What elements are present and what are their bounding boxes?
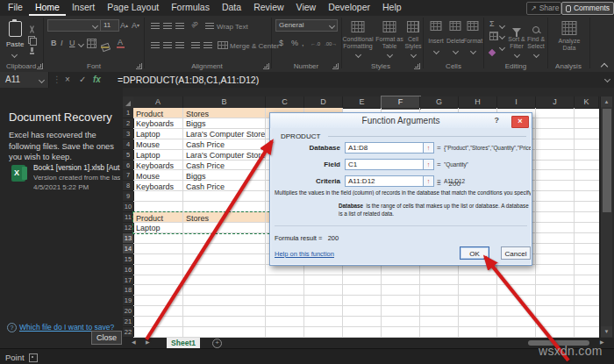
align-middle-button[interactable] [163,22,172,29]
fill-color-button[interactable] [102,39,110,54]
name-box[interactable]: A11 [0,72,49,88]
menu-tab-view[interactable]: View [290,0,323,14]
cell-A2[interactable]: Keyboards [136,119,174,128]
font-launcher-icon[interactable] [136,63,142,69]
clear-button[interactable] [489,43,495,59]
column-header-H[interactable]: H [459,96,497,109]
column-header-J[interactable]: J [536,96,575,109]
close-panel-button[interactable]: Close [91,331,122,345]
wrap-text-label[interactable]: Wrap Text [217,23,248,31]
cell-A8[interactable]: Keyboards [136,182,174,191]
scroll-up-icon[interactable]: ▲ [601,96,612,107]
expand-formula-bar-icon[interactable] [604,76,610,82]
menu-tab-page-layout[interactable]: Page Layout [101,0,165,14]
cancel-button[interactable]: Cancel [501,246,531,260]
comments-button[interactable]: Comments [561,2,614,15]
new-sheet-button[interactable]: + [212,339,222,348]
menu-tab-home[interactable]: Home [29,0,66,16]
cell-A7[interactable]: Mouse [136,172,160,181]
cell-B8[interactable]: Cash Price [186,182,225,191]
sort-filter-button[interactable]: Sort & Filter [507,16,526,61]
format-as-table-button[interactable]: Format as Table [375,16,403,61]
range-picker-button[interactable]: ↑ [423,142,434,153]
align-top-button[interactable] [151,22,160,29]
cell-A5[interactable]: Laptop [136,151,161,160]
font-family-select[interactable] [47,19,101,32]
cell-B1[interactable]: Stores [186,110,209,118]
formula-input[interactable]: =DPRODUCT(A1:D8,C1,A11:D12) [118,75,259,85]
font-size-select[interactable]: 11 [100,19,119,32]
insert-function-button[interactable]: fx [93,75,101,84]
next-sheet-icon[interactable]: ▶ [146,339,150,345]
number-format-select[interactable]: General [275,19,338,32]
paste-button[interactable]: Paste [4,19,26,60]
cell-B3[interactable]: Lara's Computer Store [186,130,265,139]
sheet-tab-sheet1[interactable]: Sheet1 [167,338,200,348]
alignment-launcher-icon[interactable] [263,63,269,69]
ok-button[interactable]: OK [460,246,489,260]
orientation-button[interactable]: ab [189,19,200,31]
align-center-button[interactable] [163,41,172,48]
format-painter-button[interactable] [29,44,36,60]
cell-A3[interactable]: Laptop [136,130,161,139]
font-color-button[interactable]: A [118,38,123,46]
column-header-G[interactable]: G [420,96,459,109]
align-bottom-button[interactable] [175,22,184,29]
column-header-E[interactable]: E [343,96,382,109]
increase-indent-button[interactable] [203,41,212,48]
analyze-data-button[interactable]: Analyze Data [553,16,586,61]
cell-B4[interactable]: Cash Price [186,140,225,149]
decrease-decimal-button[interactable]: .00→ [325,41,337,46]
increase-font-button[interactable]: A▴ [120,21,128,30]
increase-decimal-button[interactable]: ←.0 [311,41,320,46]
percent-style-button[interactable]: % [291,39,298,47]
enter-entry-button[interactable]: ✓ [79,75,86,84]
menu-tab-formulas[interactable]: Formulas [165,0,216,14]
argument-input-field[interactable]: C1 [345,159,424,170]
cell-A4[interactable]: Mouse [136,140,160,149]
cancel-entry-button[interactable]: × [65,75,70,84]
accounting-format-button[interactable]: $ [279,39,283,47]
menu-tab-developer[interactable]: Developer [322,0,376,14]
decrease-indent-button[interactable] [191,41,200,48]
column-header-K[interactable]: K [575,96,599,109]
cell-B6[interactable]: Cash Price [186,161,225,170]
column-header-I[interactable]: I [497,96,536,109]
cell-B5[interactable]: Lara's Computer Store [186,151,265,160]
fill-button[interactable] [489,32,498,40]
prev-sheet-icon[interactable]: ◀ [132,339,136,345]
argument-input-database[interactable]: A1:D8 [345,142,424,153]
merge-center-label[interactable]: Merge & Center [230,42,279,50]
cell-styles-button[interactable]: Cell Styles [402,16,425,61]
dialog-help-button[interactable]: ? [495,116,500,125]
vertical-scroll-handle[interactable] [603,109,611,212]
cell-B2[interactable]: Biggs [186,119,206,128]
bold-button[interactable]: B [51,39,57,47]
menu-tab-insert[interactable]: Insert [66,0,101,14]
align-right-button[interactable] [175,41,184,48]
column-header-C[interactable]: C [266,96,304,109]
collapse-ribbon-icon[interactable] [601,63,608,70]
decrease-font-button[interactable]: A▾ [132,21,139,30]
range-picker-button[interactable]: ↑ [423,175,434,187]
menu-tab-data[interactable]: Data [216,0,247,14]
align-left-button[interactable] [151,41,160,48]
find-select-button[interactable]: Find & Select [526,16,546,61]
cell-A1[interactable]: Product [136,110,163,118]
italic-button[interactable]: I [61,39,63,47]
column-header-F[interactable]: F [382,96,420,109]
dialog-title[interactable]: Function Arguments [270,113,532,128]
column-header-B[interactable]: B [183,96,266,109]
number-launcher-icon[interactable] [332,63,339,69]
menu-tab-review[interactable]: Review [247,0,289,14]
styles-launcher-icon[interactable] [414,63,420,69]
conditional-formatting-button[interactable]: Conditional Formatting [342,16,374,61]
comma-style-button[interactable]: , [302,39,304,47]
column-header-D[interactable]: D [304,96,343,109]
autosum-button[interactable]: Σ [489,19,495,28]
borders-button[interactable] [87,39,96,48]
insert-cells-button[interactable]: Insert [426,16,446,61]
argument-input-criteria[interactable]: A11:D12 [345,175,424,187]
vertical-scrollbar[interactable]: ▲ ▼ [600,96,612,338]
recovered-file-name[interactable]: Book1 [version 1].xlsb [Aut... [33,163,120,172]
